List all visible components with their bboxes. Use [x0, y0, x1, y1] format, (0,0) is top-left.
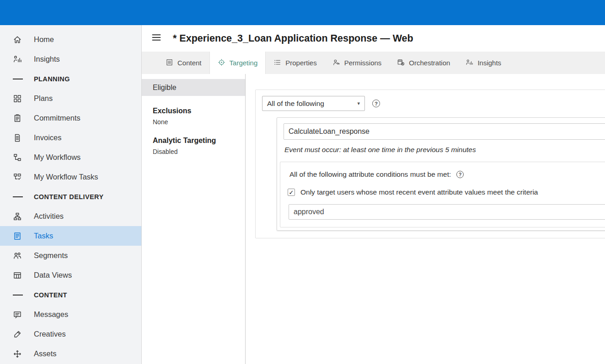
condition-group-header: All of the following ▾ ?: [262, 96, 605, 111]
event-condition-card: Event must occur: at least one time in t…: [277, 117, 605, 231]
targeting-nav-label: Analytic Targeting: [153, 137, 245, 145]
targeting-nav-exclusions[interactable]: Exclusions None: [153, 107, 245, 126]
sidebar-item-my-workflow-tasks[interactable]: My Workflow Tasks: [0, 167, 141, 187]
tab-label: Targeting: [230, 59, 258, 67]
sidebar-item-label: Data Views: [34, 271, 72, 280]
help-icon[interactable]: ?: [456, 171, 464, 178]
tasks-icon: [13, 232, 22, 241]
tab-label: Properties: [285, 59, 316, 67]
sidebar-item-assets[interactable]: Assets: [0, 344, 141, 364]
sidebar-item-label: Creatives: [34, 330, 66, 338]
app-top-bar: [0, 0, 605, 25]
properties-tab-icon: [273, 58, 281, 68]
attribute-conditions-heading-row: All of the following attribute condition…: [289, 170, 605, 179]
sidebar-item-label: Messages: [34, 310, 68, 319]
help-icon[interactable]: ?: [372, 100, 380, 107]
targeting-nav-eligible[interactable]: Eligible: [142, 79, 245, 96]
section-line-icon: [13, 196, 23, 197]
recent-event-checkbox-row[interactable]: ✓ Only target users whose most recent ev…: [288, 188, 605, 196]
tab-permissions[interactable]: Permissions: [325, 52, 390, 74]
insights-icon: [13, 55, 22, 64]
attribute-value-input[interactable]: [289, 204, 605, 220]
tab-label: Content: [177, 59, 202, 67]
sidebar-item-my-workflows[interactable]: My Workflows: [0, 148, 141, 167]
targeting-nav-status: None: [153, 118, 245, 126]
sidebar-item-label: Segments: [34, 251, 68, 260]
attribute-conditions-card: All of the following attribute condition…: [280, 162, 605, 227]
sidebar-item-label: Activities: [34, 212, 64, 221]
home-icon: [13, 35, 22, 44]
sidebar-item-label: Invoices: [34, 133, 62, 142]
tab-orchestration[interactable]: Orchestration: [389, 52, 458, 74]
sidebar-item-label: Commitments: [34, 114, 80, 122]
sidebar-item-label: Assets: [34, 349, 57, 358]
sidebar-item-data-views[interactable]: Data Views: [0, 265, 141, 285]
insights-tab-icon: [466, 58, 473, 68]
sidebar-section-label: PLANNING: [34, 75, 70, 83]
title-row: * Experience_3_Loan Application Response…: [142, 25, 605, 52]
tab-label: Orchestration: [409, 59, 450, 67]
chevron-down-icon: ▾: [357, 100, 360, 106]
workflow-tasks-icon: [13, 173, 22, 182]
section-line-icon: [13, 295, 23, 295]
sidebar-item-segments[interactable]: Segments: [0, 246, 141, 265]
tab-insights[interactable]: Insights: [458, 52, 509, 74]
sidebar-section-content: CONTENT: [0, 285, 141, 305]
sidebar-item-label: Plans: [34, 94, 53, 103]
sidebar-item-label: My Workflow Tasks: [34, 173, 98, 181]
attribute-conditions-heading: All of the following attribute condition…: [289, 170, 451, 179]
tab-label: Permissions: [344, 59, 382, 67]
event-rule-text: Event must occur: at least one time in t…: [284, 146, 605, 154]
tab-properties[interactable]: Properties: [266, 52, 324, 74]
targeting-content: All of the following ▾ ? Event must occu…: [246, 74, 605, 364]
match-type-dropdown[interactable]: All of the following ▾: [262, 96, 365, 111]
sidebar-section-planning: PLANNING: [0, 69, 141, 89]
sidebar-item-insights[interactable]: Insights: [0, 49, 141, 69]
tab-bar: Content Targeting Properties Permissions: [142, 52, 605, 74]
sidebar-item-label: Home: [34, 35, 54, 44]
list-menu-icon[interactable]: [151, 32, 162, 45]
sidebar-item-tasks[interactable]: Tasks: [0, 226, 141, 246]
sidebar-item-label: My Workflows: [34, 153, 80, 162]
content-tab-icon: [166, 58, 173, 68]
sidebar-section-content-delivery: CONTENT DELIVERY: [0, 187, 141, 206]
targeting-nav-label: Eligible: [153, 84, 177, 92]
sidebar-section-label: CONTENT: [34, 291, 67, 299]
invoices-icon: [13, 133, 22, 142]
tab-label: Insights: [477, 59, 501, 67]
event-name-input[interactable]: [284, 123, 605, 140]
permissions-tab-icon: [332, 58, 340, 68]
checkbox-checked-icon[interactable]: ✓: [288, 189, 295, 196]
activities-icon: [13, 212, 22, 221]
sidebar-section-label: CONTENT DELIVERY: [34, 193, 103, 200]
dataviews-icon: [13, 271, 22, 280]
targeting-nav-analytic-targeting[interactable]: Analytic Targeting Disabled: [153, 137, 245, 155]
assets-icon: [13, 349, 22, 359]
sidebar-item-messages[interactable]: Messages: [0, 305, 141, 324]
condition-group: All of the following ▾ ? Event must occu…: [255, 90, 605, 238]
sidebar-item-plans[interactable]: Plans: [0, 89, 141, 108]
messages-icon: [13, 310, 22, 319]
targeting-nav-label: Exclusions: [153, 107, 245, 115]
targeting-subnav: Eligible Exclusions None Analytic Target…: [142, 74, 246, 364]
targeting-tab-icon: [218, 58, 225, 68]
sidebar-item-creatives[interactable]: Creatives: [0, 324, 141, 344]
sidebar-item-home[interactable]: Home: [0, 30, 141, 49]
sidebar-item-commitments[interactable]: Commitments: [0, 108, 141, 128]
workflows-icon: [13, 153, 22, 162]
sidebar: Home Insights PLANNING Plans Commitments: [0, 25, 142, 364]
segments-icon: [13, 251, 22, 260]
tab-content[interactable]: Content: [158, 52, 209, 74]
creatives-icon: [13, 330, 22, 339]
sidebar-item-activities[interactable]: Activities: [0, 206, 141, 226]
targeting-nav-status: Disabled: [153, 148, 245, 155]
recent-event-checkbox-label: Only target users whose most recent even…: [300, 188, 538, 196]
match-type-value: All of the following: [267, 100, 324, 108]
tab-targeting[interactable]: Targeting: [209, 52, 266, 74]
commitments-icon: [13, 114, 22, 123]
sidebar-item-label: Tasks: [34, 232, 53, 240]
orchestration-tab-icon: [397, 58, 405, 68]
plans-icon: [13, 94, 22, 103]
sidebar-item-invoices[interactable]: Invoices: [0, 128, 141, 148]
section-line-icon: [13, 79, 23, 79]
